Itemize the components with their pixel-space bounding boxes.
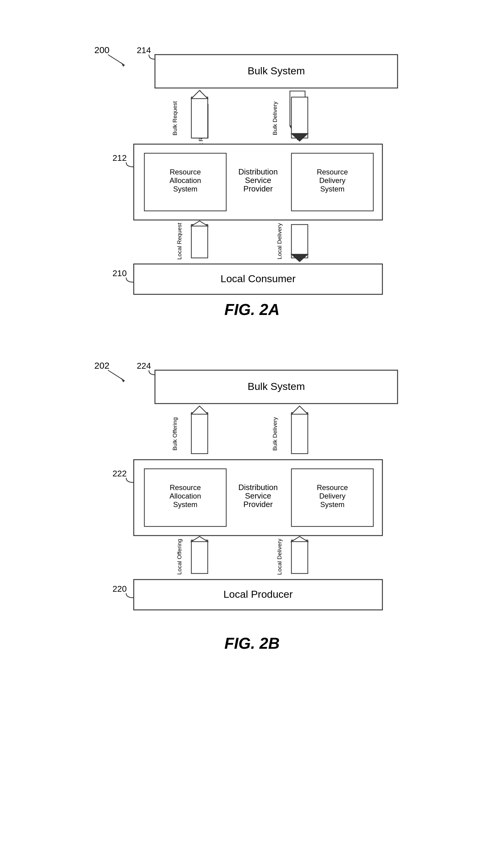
ref-214-label: 214 (137, 46, 151, 55)
local-consumer-label: Local Consumer (220, 273, 296, 284)
bulk-system-label-2a: Bulk System (248, 65, 305, 76)
svg-text:System: System (320, 185, 344, 193)
bulk-system-label-2b: Bulk System (248, 381, 305, 392)
fig2a-section: 200 214 Bulk System Bulk Request (85, 36, 419, 309)
svg-marker-9 (191, 90, 208, 99)
svg-marker-19 (191, 221, 208, 226)
svg-marker-31 (291, 536, 308, 542)
ras-label3-2b: System (173, 500, 197, 509)
dsp-label1-2b: Distribution (238, 483, 278, 492)
dsp-label-2a: Distribution (238, 167, 278, 176)
ref-202-label: 202 (94, 360, 109, 371)
svg-marker-25 (191, 406, 208, 414)
dsp-label3-2b: Provider (244, 500, 273, 509)
ras-label2-2b: Allocation (169, 492, 201, 500)
local-request-text-2a: Local Request (176, 223, 183, 260)
ref-220-label: 220 (112, 584, 127, 594)
local-delivery-text-2a: Local Delivery (276, 223, 283, 260)
bulk-request-text-2a: Bulk Request (172, 101, 178, 136)
ras-label1-2b: Resource (170, 483, 201, 492)
rds-label1-2b: Resource (317, 483, 348, 492)
bulk-delivery-text-2a: Bulk Delivery (272, 101, 278, 135)
ref-222-label: 222 (112, 469, 127, 478)
local-offering-text-2b: Local Offering (176, 539, 183, 575)
fig2b-section: 202 224 Bulk System Bulk Offering Bulk D… (85, 352, 419, 649)
fig2a-diagram: 200 214 Bulk System Bulk Request (85, 36, 419, 297)
svg-text:System: System (173, 185, 197, 193)
ref-224-label: 224 (137, 361, 151, 371)
ref-212-label: 212 (112, 153, 127, 163)
svg-rect-26 (291, 413, 308, 454)
svg-text:Allocation: Allocation (169, 176, 201, 184)
dsp-label2-2b: Service (245, 491, 271, 500)
svg-rect-8 (191, 97, 208, 138)
ref-210-label: 210 (112, 268, 127, 278)
ras-label-2a: Resource (170, 168, 201, 176)
fig2b-label: FIG. 2B (85, 634, 419, 652)
bulk-delivery-text-2b: Bulk Delivery (272, 417, 278, 450)
svg-text:Service: Service (245, 176, 271, 185)
local-delivery-text-2b: Local Delivery (276, 538, 283, 575)
svg-rect-28 (191, 540, 208, 573)
ref-200-label: 200 (94, 45, 109, 55)
fig2b-diagram: 202 224 Bulk System Bulk Offering Bulk D… (85, 352, 419, 631)
svg-marker-27 (291, 406, 308, 414)
rds-label-2a: Resource (317, 168, 348, 176)
rds-label3-2b: System (320, 500, 344, 509)
svg-rect-18 (191, 225, 208, 258)
svg-text:Provider: Provider (244, 184, 273, 193)
bulk-offering-text-2b: Bulk Offering (172, 417, 178, 450)
fig2a-label: FIG. 2A (85, 300, 419, 319)
svg-rect-20 (291, 225, 308, 258)
rds-label2-2b: Delivery (319, 492, 346, 500)
local-producer-label: Local Producer (223, 588, 293, 600)
svg-rect-30 (291, 540, 308, 573)
page-container: 200 214 Bulk System Bulk Request (0, 0, 504, 680)
svg-rect-10 (291, 97, 308, 138)
svg-marker-29 (191, 536, 208, 542)
svg-text:Delivery: Delivery (319, 176, 346, 184)
svg-rect-24 (191, 413, 208, 454)
